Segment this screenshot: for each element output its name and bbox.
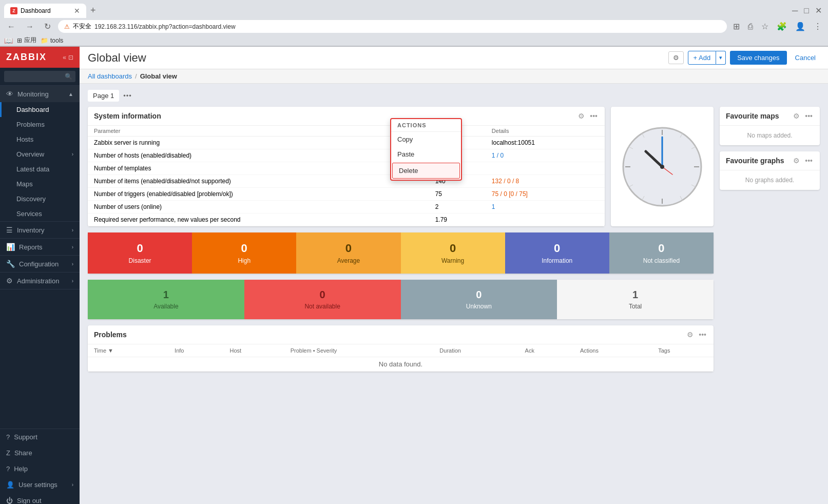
context-menu-overlay[interactable]: ACTIONS Copy Paste Delete — [0, 0, 828, 504]
context-menu-delete[interactable]: Delete — [392, 163, 460, 179]
context-menu-copy[interactable]: Copy — [391, 132, 461, 147]
context-menu-title: ACTIONS — [391, 119, 461, 132]
context-menu-paste[interactable]: Paste — [391, 147, 461, 162]
context-menu: ACTIONS Copy Paste Delete — [390, 118, 462, 181]
